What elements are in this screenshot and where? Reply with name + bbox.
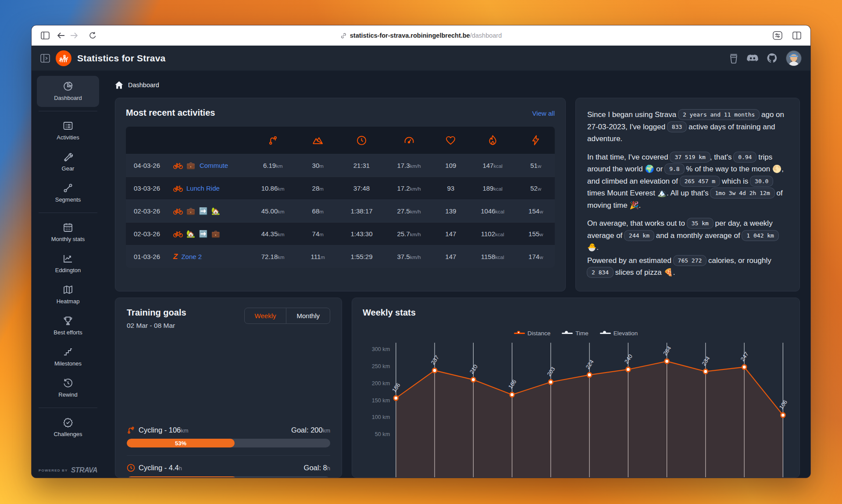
- activity-link[interactable]: Commute: [200, 162, 228, 169]
- activity-heart-rate: 147: [433, 253, 468, 260]
- sidebar-item-gear[interactable]: Gear: [37, 146, 99, 177]
- route-icon: [249, 135, 297, 146]
- activity-time: 37:48: [339, 185, 385, 192]
- github-icon[interactable]: [767, 53, 777, 63]
- svg-text:200 km: 200 km: [372, 380, 390, 386]
- forward-button[interactable]: [68, 29, 81, 42]
- svg-text:210: 210: [468, 363, 479, 375]
- bicycle-icon: [173, 162, 183, 169]
- activity-speed: 17.3km/h: [385, 162, 433, 169]
- activity-time: 1:43:30: [339, 230, 385, 238]
- goals-date-range: 02 Mar - 08 Mar: [127, 322, 186, 330]
- legend-marker: [514, 333, 525, 334]
- summary-text: On average, that works out to: [587, 219, 687, 227]
- svg-text:250 km: 250 km: [372, 363, 390, 369]
- recent-activities-card: Most recent activities View all: [115, 98, 566, 291]
- emoji: 🌍: [645, 165, 654, 173]
- dashboard-icon: [63, 81, 73, 92]
- sidebar-item-milestones[interactable]: Milestones: [37, 341, 99, 373]
- activity-elevation: 68m: [297, 207, 339, 215]
- activity-row: 01-03-26ZZone 272.18km111m1:55:2937.5km/…: [126, 245, 555, 268]
- sidebar-item-dashboard[interactable]: Dashboard: [37, 76, 99, 107]
- sidebar-item-best-efforts[interactable]: Best efforts: [37, 310, 99, 341]
- sidebar-item-label: Rewind: [58, 391, 77, 398]
- activity-heart-rate: 139: [433, 207, 468, 215]
- stat-badge: 1mo 3w 4d 2h 12m: [710, 188, 774, 198]
- legend-item-time[interactable]: Time: [562, 330, 589, 337]
- svg-text:100 km: 100 km: [372, 414, 390, 420]
- discord-icon[interactable]: [747, 54, 758, 63]
- legend-marker: [562, 333, 573, 334]
- activity-power: 154w: [517, 207, 555, 215]
- summary-text: .: [639, 201, 641, 209]
- breadcrumb-label: Dashboard: [128, 82, 159, 89]
- eddington-icon: [63, 253, 73, 264]
- calendar-icon: [63, 222, 73, 233]
- browser-sidebar-toggle-icon[interactable]: [39, 29, 52, 42]
- heart-rate-icon: [433, 136, 468, 145]
- speed-icon: [385, 135, 433, 145]
- app-logo-icon: [56, 50, 71, 66]
- emoji: 🐣: [587, 243, 596, 252]
- tab-weekly[interactable]: Weekly: [245, 308, 286, 323]
- sidebar-item-activities[interactable]: Activities: [37, 115, 99, 146]
- split-view-icon[interactable]: [790, 29, 803, 42]
- sidebar-item-heatmap[interactable]: Heatmap: [37, 279, 99, 310]
- summary-text: or: [654, 165, 665, 173]
- stat-badge: 9.8: [665, 164, 684, 174]
- page-settings-icon[interactable]: [771, 29, 784, 42]
- recent-activities-title: Most recent activities: [126, 108, 215, 118]
- legend-item-elevation[interactable]: Elevation: [600, 330, 638, 337]
- sidebar-item-monthly-stats[interactable]: Monthly stats: [37, 217, 99, 248]
- sidebar-divider: [39, 213, 97, 213]
- activity-elevation: 30m: [297, 162, 339, 169]
- sidebar-item-rewind[interactable]: Rewind: [37, 373, 99, 404]
- sidebar-item-label: Segments: [55, 196, 81, 203]
- legend-item-distance[interactable]: Distance: [514, 330, 551, 337]
- home-icon[interactable]: [115, 81, 123, 89]
- sidebar-item-label: Gear: [62, 165, 75, 172]
- sidebar-item-eddington[interactable]: Eddington: [37, 248, 99, 279]
- sidebar-collapse-icon[interactable]: [40, 54, 50, 63]
- reload-button[interactable]: [86, 29, 99, 42]
- segments-icon: [63, 183, 73, 193]
- activity-calories: 1158kcal: [468, 253, 517, 260]
- sidebar-item-segments[interactable]: Segments: [37, 177, 99, 209]
- summary-text: . All up that's: [667, 189, 711, 197]
- summary-text: slices of pizza: [613, 268, 664, 277]
- activity-date: 01-03-26: [126, 253, 173, 260]
- back-button[interactable]: [54, 29, 68, 42]
- svg-text:50 km: 50 km: [375, 431, 390, 437]
- user-avatar[interactable]: [786, 50, 802, 66]
- summary-card: Since I began using Strava 2 years and 1…: [575, 98, 800, 291]
- emoji: 🎉: [629, 201, 639, 209]
- sidebar-item-challenges[interactable]: Challenges: [37, 412, 99, 443]
- summary-paragraph: In that time, I've covered 37 519 km, th…: [587, 151, 788, 212]
- svg-text:264: 264: [662, 345, 672, 357]
- activity-distance: 45.00km: [249, 207, 297, 215]
- stat-badge: 1 042 km: [742, 231, 778, 241]
- svg-text:300 km: 300 km: [372, 346, 390, 352]
- view-all-link[interactable]: View all: [532, 110, 555, 117]
- activity-power: 174w: [517, 253, 555, 260]
- summary-text: In that time, I've covered: [587, 153, 670, 161]
- emoji: 🍕: [664, 268, 673, 277]
- activity-distance: 44.35km: [249, 230, 297, 238]
- activity-heart-rate: 147: [433, 230, 468, 238]
- sidebar-item-label: Heatmap: [57, 298, 80, 305]
- emoji: 🏔️: [657, 189, 667, 197]
- address-bar[interactable]: statistics-for-strava.robiningelbrecht.b…: [32, 32, 810, 39]
- activities-table-header: [126, 127, 555, 154]
- activity-link[interactable]: Zone 2: [181, 253, 202, 260]
- browser-window: statistics-for-strava.robiningelbrecht.b…: [32, 25, 810, 478]
- stat-badge: 2 years and 11 months: [678, 110, 759, 120]
- activity-link[interactable]: Lunch Ride: [186, 185, 220, 192]
- sidebar-item-label: Dashboard: [54, 95, 82, 101]
- goal-value: 4.4: [169, 464, 179, 472]
- activity-heart-rate: 93: [433, 185, 468, 192]
- bicycle-icon: [173, 185, 183, 192]
- buy-me-coffee-icon[interactable]: [729, 53, 738, 64]
- zwift-icon: Z: [172, 252, 178, 261]
- tab-monthly[interactable]: Monthly: [286, 308, 330, 323]
- activity-time: 1:55:29: [339, 253, 385, 260]
